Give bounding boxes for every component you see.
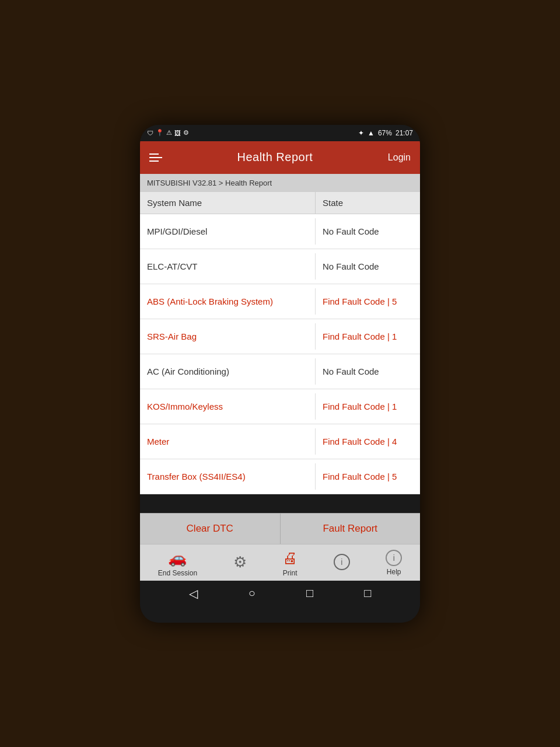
clear-dtc-button[interactable]: Clear DTC [140,514,281,544]
app-header: Health Report Login [140,141,420,174]
status-icons-left: 🛡 📍 ⚠ 🖼 ⚙ [147,129,189,137]
settings-icon: ⚙ [183,129,189,137]
warning-icon: ⚠ [166,129,172,137]
system-state-srs[interactable]: Find Fault Code | 1 [315,323,420,350]
back-button[interactable]: ◁ [189,587,198,601]
table-row[interactable]: ELC-AT/CVT No Fault Code [140,249,420,284]
system-name-abs: ABS (Anti-Lock Braking System) [140,288,315,315]
nav-help[interactable]: i Help [386,550,402,576]
system-name-kos: KOS/Immo/Keyless [140,393,315,420]
wifi-icon: ▲ [368,129,374,137]
main-content: System Name State MPI/GDI/Diesel No Faul… [140,192,420,513]
nav-print[interactable]: 🖨 Print [282,549,298,577]
nav-end-session[interactable]: 🚗 End Session [158,549,197,577]
system-name-srs: SRS-Air Bag [140,323,315,350]
system-name-elc: ELC-AT/CVT [140,253,315,280]
time-display: 21:07 [396,129,413,137]
system-state-elc: No Fault Code [315,253,420,280]
help-label: Help [387,568,401,576]
shield-icon: 🛡 [147,130,153,137]
bt-icon: ✦ [358,129,364,137]
system-name-mpi: MPI/GDI/Diesel [140,218,315,245]
image-icon: 🖼 [174,130,181,137]
menu-button[interactable] [149,153,162,162]
recents-button[interactable]: □ [306,587,313,600]
system-state-kos[interactable]: Find Fault Code | 1 [315,393,420,420]
print-icon: 🖨 [282,549,298,567]
end-session-label: End Session [158,569,197,577]
bottom-nav-bar: 🚗 End Session ⚙ 🖨 Print i i Help [140,544,420,581]
extra-button[interactable]: □ [364,587,371,600]
info-circle-icon: i [334,554,350,570]
nav-info[interactable]: i [334,554,350,572]
system-state-mpi: No Fault Code [315,218,420,245]
status-bar: 🛡 📍 ⚠ 🖼 ⚙ ✦ ▲ 67% 21:07 [140,125,420,141]
breadcrumb: MITSUBISHI V32.81 > Health Report [140,174,420,192]
table-row[interactable]: Meter Find Fault Code | 4 [140,424,420,459]
nav-sliders[interactable]: ⚙ [233,553,247,573]
system-name-transfer: Transfer Box (SS4II/ES4) [140,463,315,490]
table-row[interactable]: SRS-Air Bag Find Fault Code | 1 [140,319,420,354]
table-header: System Name State [140,192,420,214]
table-row[interactable]: MPI/GDI/Diesel No Fault Code [140,214,420,249]
system-name-ac: AC (Air Conditioning) [140,358,315,385]
col-state-header: State [315,192,420,214]
page-title: Health Report [237,151,313,164]
status-icons-right: ✦ ▲ 67% 21:07 [358,129,413,137]
bottom-action-bar: Clear DTC Fault Report [140,513,420,544]
sliders-icon: ⚙ [233,553,247,571]
location-icon: 📍 [156,129,164,137]
android-nav-bar: ◁ ○ □ □ [140,581,420,606]
print-label: Print [283,569,298,577]
system-state-ac: No Fault Code [315,358,420,385]
home-button[interactable]: ○ [249,587,256,600]
health-table: System Name State MPI/GDI/Diesel No Faul… [140,192,420,494]
system-state-meter[interactable]: Find Fault Code | 4 [315,428,420,455]
table-row[interactable]: AC (Air Conditioning) No Fault Code [140,354,420,389]
col-system-name-header: System Name [140,192,315,214]
help-info-icon: i [386,550,402,566]
system-state-abs[interactable]: Find Fault Code | 5 [315,288,420,315]
system-name-meter: Meter [140,428,315,455]
battery-indicator: 67% [378,129,392,137]
login-button[interactable]: Login [388,152,411,163]
fault-report-button[interactable]: Fault Report [281,514,421,544]
table-row[interactable]: KOS/Immo/Keyless Find Fault Code | 1 [140,389,420,424]
system-state-transfer[interactable]: Find Fault Code | 5 [315,463,420,490]
table-row[interactable]: Transfer Box (SS4II/ES4) Find Fault Code… [140,459,420,494]
car-check-icon: 🚗 [168,549,187,567]
table-row[interactable]: ABS (Anti-Lock Braking System) Find Faul… [140,284,420,319]
